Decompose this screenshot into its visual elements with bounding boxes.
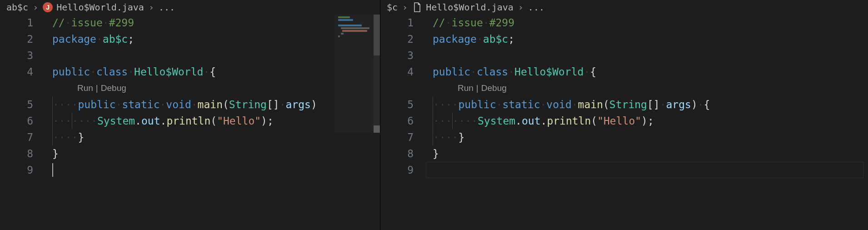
code-editor[interactable]: 1 2 3 4 5 6 7 8 9 //·issue·#299 package·… (0, 15, 380, 230)
line-number: 6 (380, 113, 414, 129)
code-line[interactable]: public·class·Hello$World·{ (433, 64, 868, 80)
code-line[interactable] (433, 47, 868, 64)
codelens-debug[interactable]: Debug (481, 80, 507, 96)
breadcrumb-file[interactable]: Hello$World.java (412, 2, 514, 13)
line-number: 3 (380, 47, 414, 64)
code-line[interactable]: ····} (52, 129, 380, 145)
line-number: 2 (0, 31, 33, 47)
codelens-run[interactable]: Run (77, 80, 93, 96)
breadcrumb[interactable]: ab$c › J Hello$World.java › ... (0, 0, 380, 15)
code-line[interactable] (52, 47, 380, 64)
codelens-run[interactable]: Run (458, 80, 474, 96)
editor-pane-right: $c › Hello$World.java › ... 1 2 3 4 5 6 … (380, 0, 868, 230)
java-file-icon: J (43, 2, 53, 12)
line-number: 6 (0, 113, 33, 129)
line-number: 1 (0, 15, 33, 31)
text-cursor (52, 163, 53, 177)
minimap[interactable] (334, 15, 380, 133)
code-editor[interactable]: 1 2 3 4 5 6 7 8 9 //·issue·#299 package·… (380, 15, 868, 230)
breadcrumb-file[interactable]: J Hello$World.java (43, 2, 144, 13)
code-line[interactable]: ·······System.out.println("Hello"); (433, 113, 868, 129)
line-number-gutter: 1 2 3 4 5 6 7 8 9 (380, 15, 424, 178)
codelens-separator: | (96, 80, 98, 96)
codelens: Run | Debug (458, 80, 507, 96)
minimap-content (338, 16, 372, 38)
code-line[interactable]: //·issue·#299 (52, 15, 380, 31)
split-editor: ab$c › J Hello$World.java › ... 1 2 3 4 … (0, 0, 868, 230)
code-line[interactable] (433, 162, 868, 178)
code-line[interactable]: } (433, 145, 868, 162)
line-number: 4 (0, 64, 33, 80)
code-line[interactable]: public·class·Hello$World·{ (52, 64, 380, 80)
code-line[interactable]: ····public·static·void·main(String[]·arg… (52, 96, 380, 113)
code-line[interactable]: //·issue·#299 (433, 15, 868, 31)
code-content[interactable]: //·issue·#299 package·ab$c; public·class… (52, 15, 380, 178)
line-number: 1 (380, 15, 414, 31)
line-number (0, 80, 33, 96)
line-number: 7 (0, 129, 33, 145)
minimap-scrollbar-thumb[interactable] (374, 15, 380, 55)
line-number: 8 (0, 145, 33, 162)
minimap-viewport-indicator[interactable] (374, 125, 380, 133)
code-line[interactable]: ·······System.out.println("Hello"); (52, 113, 380, 129)
file-icon (412, 2, 422, 12)
chevron-right-icon: › (402, 2, 408, 13)
code-line[interactable]: package·ab$c; (52, 31, 380, 47)
line-number: 4 (380, 64, 414, 80)
breadcrumb-file-label: Hello$World.java (426, 2, 514, 13)
code-line[interactable] (52, 162, 380, 178)
breadcrumb[interactable]: $c › Hello$World.java › ... (380, 0, 868, 15)
code-line[interactable]: } (52, 145, 380, 162)
line-number: 9 (380, 162, 414, 178)
line-number: 8 (380, 145, 414, 162)
breadcrumb-symbol[interactable]: ... (159, 2, 175, 13)
line-number-gutter: 1 2 3 4 5 6 7 8 9 (0, 15, 43, 178)
editor-pane-left: ab$c › J Hello$World.java › ... 1 2 3 4 … (0, 0, 380, 230)
line-number: 5 (0, 96, 33, 113)
code-line[interactable]: package·ab$c; (433, 31, 868, 47)
chevron-right-icon: › (149, 2, 154, 13)
line-number (380, 80, 414, 96)
codelens-separator: | (476, 80, 479, 96)
breadcrumb-package[interactable]: $c (387, 2, 398, 13)
codelens-debug[interactable]: Debug (101, 80, 126, 96)
code-line[interactable]: ····} (433, 129, 868, 145)
line-number: 7 (380, 129, 414, 145)
breadcrumb-symbol[interactable]: ... (528, 2, 544, 13)
breadcrumb-file-label: Hello$World.java (56, 2, 144, 13)
chevron-right-icon: › (518, 2, 524, 13)
line-number: 9 (0, 162, 33, 178)
chevron-right-icon: › (33, 2, 38, 13)
breadcrumb-package[interactable]: ab$c (6, 2, 28, 13)
code-line[interactable]: ····public·static·void·main(String[]·arg… (433, 96, 868, 113)
line-number: 5 (380, 96, 414, 113)
line-number: 2 (380, 31, 414, 47)
codelens: Run | Debug (77, 80, 126, 96)
line-number: 3 (0, 47, 33, 64)
code-content[interactable]: //·issue·#299 package·ab$c; public·class… (433, 15, 868, 178)
